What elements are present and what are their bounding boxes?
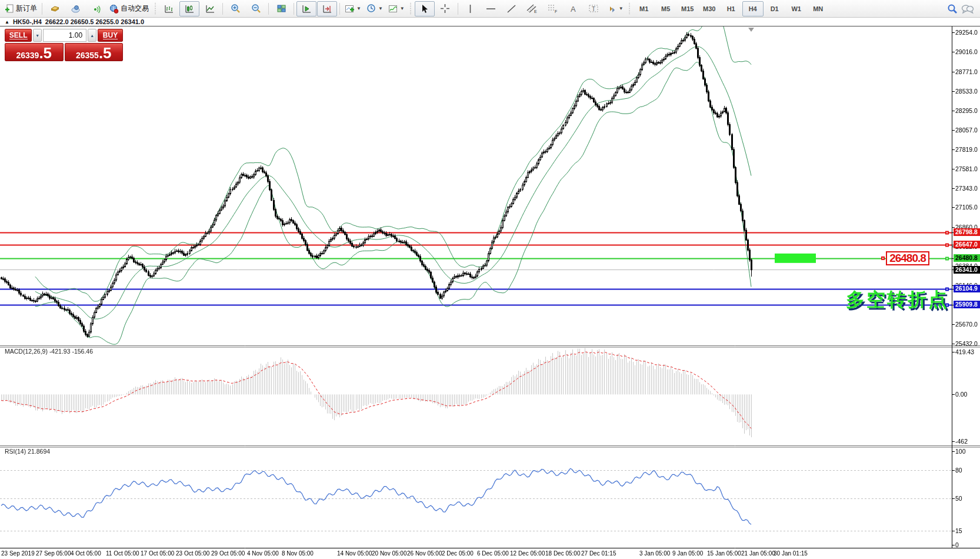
sell-button[interactable]: SELL	[5, 29, 32, 42]
price-tick: 28057.0	[955, 127, 978, 134]
rsi-tick: 15	[955, 527, 962, 534]
x-axis-label: 12 Dec 05:00	[510, 550, 545, 557]
x-axis-label: 6 Dec 05:00	[477, 550, 509, 557]
x-axis-label: 29 Oct 05:00	[211, 550, 245, 557]
bar-chart-button[interactable]	[159, 1, 179, 16]
level-price-label: 26647.0	[954, 241, 980, 248]
price-tick: 28533.0	[955, 88, 978, 95]
auto-scroll-button[interactable]	[296, 1, 316, 16]
buy-price-pips: .5	[99, 46, 112, 60]
svg-text:T: T	[592, 6, 595, 12]
new-order-button[interactable]: 新订单	[2, 1, 39, 16]
x-axis-label: 26 Nov 05:00	[407, 550, 442, 557]
separator	[294, 3, 294, 15]
channel-button[interactable]: E	[522, 1, 542, 16]
timeframe-m30[interactable]: M30	[699, 1, 720, 16]
toolbar-grip	[154, 3, 156, 15]
vertical-line-icon	[466, 4, 474, 14]
candlestick-chart-button[interactable]	[179, 1, 199, 16]
horizontal-line-button[interactable]	[481, 1, 501, 16]
timeframe-m1[interactable]: M1	[634, 1, 655, 16]
periods-button[interactable]: ▼	[364, 1, 385, 16]
profile-button[interactable]	[65, 1, 85, 16]
chat-icon[interactable]	[961, 4, 974, 14]
x-axis-label: 27 Sep 05:00	[36, 550, 71, 557]
x-axis-label: 9 Jan 05:00	[672, 550, 703, 557]
zoom-out-button[interactable]	[246, 1, 266, 16]
x-axis-label: 17 Oct 05:00	[141, 550, 174, 557]
pivot-annotation[interactable]: 多空转折点	[846, 287, 949, 313]
signal-button[interactable]	[86, 1, 106, 16]
x-axis-label: 14 Nov 05:00	[337, 550, 372, 557]
fibonacci-icon: F	[547, 4, 558, 14]
price-tick: 27819.0	[955, 146, 978, 153]
price-callout[interactable]: 26480.8	[886, 251, 929, 265]
buy-button[interactable]: BUY	[98, 29, 123, 42]
svg-text:F: F	[555, 9, 557, 14]
sell-price-main: 26339	[16, 51, 39, 60]
text-button[interactable]: A	[564, 1, 584, 16]
ledger-button[interactable]	[45, 1, 65, 16]
vertical-line-button[interactable]	[461, 1, 481, 16]
chevron-down-icon: ▼	[378, 6, 383, 11]
text-label-button[interactable]: T	[584, 1, 604, 16]
chart-region: SELL ▼ ▲ BUY 26339 .5 26355 .5 MACD(12,2…	[0, 26, 980, 559]
collapse-panel-arrow[interactable]: ▲	[5, 19, 9, 25]
level-price-label: 26104.9	[954, 285, 980, 292]
x-axis-label: 30 Jan 01:15	[774, 550, 808, 557]
search-icon[interactable]	[947, 4, 958, 14]
horizontal-line-icon	[486, 4, 496, 14]
volume-down-button[interactable]: ▼	[33, 29, 42, 42]
macd-tick: 419.43	[955, 348, 974, 355]
x-axis-label: 18 Dec 05:00	[545, 550, 581, 557]
price-tick: 29016.0	[955, 48, 978, 55]
autotrade-button[interactable]: 自动交易	[106, 1, 151, 16]
signal-icon	[91, 4, 101, 14]
volume-input[interactable]	[43, 29, 86, 42]
macd-tick: 0.00	[955, 391, 967, 398]
zoom-in-button[interactable]	[225, 1, 245, 16]
timeframe-h4[interactable]: H4	[742, 1, 764, 16]
timeframe-mn[interactable]: MN	[808, 1, 829, 16]
timeframe-w1[interactable]: W1	[786, 1, 807, 16]
trendline-button[interactable]	[502, 1, 522, 16]
fibonacci-button[interactable]: F	[543, 1, 563, 16]
templates-icon	[388, 4, 398, 14]
x-axis-label: 8 Nov 05:00	[282, 550, 314, 557]
tile-windows-button[interactable]	[271, 1, 291, 16]
buy-price-box[interactable]: 26355 .5	[65, 43, 124, 61]
chevron-down-icon: ▼	[619, 6, 624, 11]
chart-shift-button[interactable]	[317, 1, 337, 16]
timeframe-m5[interactable]: M5	[655, 1, 676, 16]
bar-chart-icon	[164, 4, 174, 14]
timeframe-m15[interactable]: M15	[677, 1, 698, 16]
autotrade-icon	[109, 4, 119, 14]
crosshair-button[interactable]	[435, 1, 455, 16]
line-chart-icon	[205, 4, 215, 14]
x-axis-label: 11 Oct 05:00	[106, 550, 139, 557]
sell-price-box[interactable]: 26339 .5	[5, 43, 64, 61]
line-chart-button[interactable]	[200, 1, 220, 16]
cursor-button[interactable]	[415, 1, 435, 16]
x-axis-label: 23 Oct 05:00	[176, 550, 209, 557]
trendline-icon	[506, 4, 516, 14]
indicators-button[interactable]: ▼	[342, 1, 364, 16]
current-price-label: 26341.0	[954, 266, 980, 274]
price-tick: 28771.0	[955, 68, 978, 75]
ledger-icon	[50, 4, 60, 14]
arrows-button[interactable]: ▼	[605, 1, 626, 16]
rsi-tick: 0	[955, 541, 959, 548]
periods-icon	[366, 4, 376, 14]
zoom-out-icon	[251, 4, 261, 14]
text-icon: A	[569, 4, 578, 14]
volume-up-button[interactable]: ▲	[88, 29, 96, 42]
x-axis-label: 15 Jan 05:00	[707, 550, 741, 557]
timeframe-h1[interactable]: H1	[721, 1, 742, 16]
timeframe-d1[interactable]: D1	[764, 1, 785, 16]
chart-canvas[interactable]	[0, 26, 980, 559]
toolbar-right	[947, 4, 978, 14]
channel-icon: E	[526, 4, 538, 14]
price-tick: 27581.0	[955, 165, 978, 172]
templates-button[interactable]: ▼	[386, 1, 407, 16]
level-price-label: 26798.8	[954, 228, 980, 236]
